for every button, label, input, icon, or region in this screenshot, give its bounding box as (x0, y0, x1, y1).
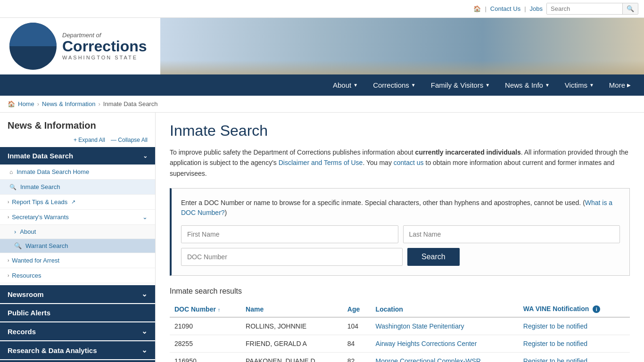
vine-link[interactable]: Register to be notified (523, 322, 587, 330)
results-header-row: DOC Number ↑ Name Age Locati (170, 301, 630, 317)
vine-link[interactable]: Register to be notified (523, 340, 587, 347)
collapse-all-button[interactable]: — Collapse All (111, 137, 148, 143)
about-dropdown-arrow: ▼ (353, 82, 358, 88)
main-content: Inmate Search To improve public safety t… (156, 113, 644, 362)
search-small-icon: 🔍 (9, 184, 17, 190)
expand-about-icon: › (14, 228, 16, 235)
cell-doc-number: 116950 (170, 353, 241, 362)
vine-link[interactable]: Register to be notified (523, 357, 587, 362)
home-icon[interactable]: 🏠 (473, 5, 481, 12)
warrant-search-icon: 🔍 (14, 242, 22, 249)
logo-text: Department of Corrections WASHINGTON STA… (62, 32, 147, 61)
family-dropdown-arrow: ▼ (485, 82, 490, 88)
breadcrumb-news-link[interactable]: News & Information (42, 100, 95, 107)
cell-age: 82 (343, 353, 371, 362)
public-alerts-label: Public Alerts (8, 309, 50, 317)
intro-text-1: To improve public safety the Department … (170, 148, 415, 156)
logo-circle-icon (9, 23, 57, 70)
col-name[interactable]: Name (241, 301, 343, 317)
breadcrumb-home-link[interactable]: Home (18, 100, 34, 107)
col-location[interactable]: Location (371, 301, 519, 317)
sidebar-label-wanted: Wanted for Arrest (12, 257, 59, 264)
col-location-label: Location (376, 305, 403, 313)
sidebar-section-research[interactable]: Research & Data Analytics ⌄ (0, 341, 155, 359)
sidebar-item-inmate-data-search-home[interactable]: ⌂ Inmate Data Search Home (0, 165, 155, 180)
breadcrumb-sep-2: › (98, 100, 100, 107)
sidebar-section-records[interactable]: Records ⌄ (0, 322, 155, 340)
sort-doc-number-link[interactable]: DOC Number ↑ (174, 305, 220, 313)
logo-area: Department of Corrections WASHINGTON STA… (0, 18, 160, 74)
jobs-link[interactable]: Jobs (530, 5, 543, 12)
cell-vine[interactable]: Register to be notified (519, 317, 630, 335)
sidebar-section-reference[interactable]: Reference ⌄ (0, 360, 155, 362)
location-link[interactable]: Monroe Correctional Complex-WSR (376, 357, 481, 362)
sidebar-label-inmate-home: Inmate Data Search Home (17, 168, 89, 175)
sort-name-link[interactable]: Name (246, 305, 264, 313)
first-name-input[interactable] (181, 225, 398, 243)
cell-vine[interactable]: Register to be notified (519, 335, 630, 353)
sidebar-sub-item-about[interactable]: › About (0, 225, 155, 239)
newsroom-chevron: ⌄ (141, 290, 148, 298)
sidebar-item-inmate-search[interactable]: 🔍 Inmate Search (0, 180, 155, 195)
col-doc-number-label: DOC Number (174, 305, 216, 313)
expand-all-button[interactable]: + Expand All (74, 137, 105, 143)
sidebar-item-report-tips[interactable]: › Report Tips & Leads ↗ (0, 195, 155, 210)
top-search-input[interactable] (547, 3, 622, 14)
nav-victims[interactable]: Victims ▼ (557, 74, 602, 96)
location-link[interactable]: Airway Heights Corrections Center (376, 340, 477, 347)
site-header: Department of Corrections WASHINGTON STA… (0, 18, 644, 74)
cell-name: ROLLINS, JOHNNIE (241, 317, 343, 335)
contact-us-body-link[interactable]: contact us (394, 159, 424, 166)
nav-news-info[interactable]: News & Info ▼ (497, 74, 557, 96)
nav-about[interactable]: About ▼ (325, 74, 365, 96)
cell-name: PAAKONEN, DUANE D (241, 353, 343, 362)
page-title: Inmate Search (170, 122, 630, 140)
nav-corrections[interactable]: Corrections ▼ (365, 74, 423, 96)
logo-corrections: Corrections (62, 39, 147, 54)
main-nav: About ▼ Corrections ▼ Family & Visitors … (0, 74, 644, 96)
more-dropdown-arrow: ▶ (627, 82, 631, 88)
search-button[interactable]: Search (407, 248, 460, 266)
nav-more[interactable]: More ▶ (602, 74, 638, 96)
inmate-section-chevron: ⌄ (143, 153, 148, 159)
results-table-head: DOC Number ↑ Name Age Locati (170, 301, 630, 317)
sidebar-item-warrants[interactable]: › Secretary's Warrants ⌄ (0, 210, 155, 225)
sidebar-item-resources[interactable]: › Resources (0, 268, 155, 283)
search-desc-end: ) (225, 209, 227, 216)
cell-location[interactable]: Washington State Penitentiary (371, 317, 519, 335)
sidebar-label-about: About (20, 228, 36, 235)
content-wrap: News & Information + Expand All — Collap… (0, 113, 644, 362)
doc-number-input[interactable] (181, 248, 403, 266)
news-dropdown-arrow: ▼ (545, 82, 550, 88)
sidebar-controls: + Expand All — Collapse All (0, 137, 155, 147)
cell-age: 104 (343, 317, 371, 335)
breadcrumb-sep-1: › (37, 100, 39, 107)
cell-location[interactable]: Airway Heights Corrections Center (371, 335, 519, 353)
cell-vine[interactable]: Register to be notified (519, 353, 630, 362)
disclaimer-link[interactable]: Disclaimer and Terms of Use (279, 159, 363, 166)
sidebar-item-wanted-arrest[interactable]: › Wanted for Arrest (0, 253, 155, 268)
sort-location-link[interactable]: Location (376, 305, 403, 313)
sidebar-sub-item-warrant-search[interactable]: 🔍 Warrant Search (0, 239, 155, 253)
col-doc-number[interactable]: DOC Number ↑ (170, 301, 241, 317)
sidebar-section-newsroom[interactable]: Newsroom ⌄ (0, 285, 155, 303)
sidebar: News & Information + Expand All — Collap… (0, 113, 156, 362)
last-name-input[interactable] (403, 225, 620, 243)
nav-family-visitors[interactable]: Family & Visitors ▼ (423, 74, 497, 96)
sidebar-label-warrants: Secretary's Warrants (12, 214, 68, 221)
victims-dropdown-arrow: ▼ (589, 82, 594, 88)
results-heading: Inmate search results (170, 287, 630, 296)
col-vine-label: WA VINE Notification (523, 305, 589, 313)
breadcrumb-home-icon: 🏠 (8, 100, 15, 107)
separator-1: | (485, 5, 486, 12)
contact-us-link[interactable]: Contact Us (490, 5, 520, 12)
table-row: 28255 FRIEND, GERALD A 84 Airway Heights… (170, 335, 630, 353)
top-search-button[interactable]: 🔍 (622, 3, 638, 14)
search-box-description: Enter a DOC Number or name to browse for… (181, 198, 620, 218)
inmate-search-box: Enter a DOC Number or name to browse for… (170, 188, 630, 276)
sidebar-section-public-alerts[interactable]: Public Alerts (0, 304, 155, 321)
cell-location[interactable]: Monroe Correctional Complex-WSR (371, 353, 519, 362)
location-link[interactable]: Washington State Penitentiary (376, 322, 464, 330)
vine-info-icon[interactable]: i (593, 305, 600, 313)
sidebar-section-inmate-data-search[interactable]: Inmate Data Search ⌄ (0, 147, 155, 165)
